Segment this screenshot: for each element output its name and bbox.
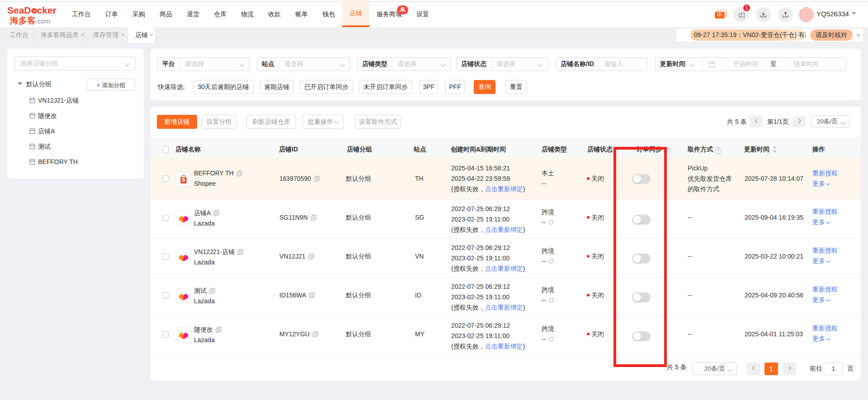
svg-text:S: S (182, 177, 185, 183)
